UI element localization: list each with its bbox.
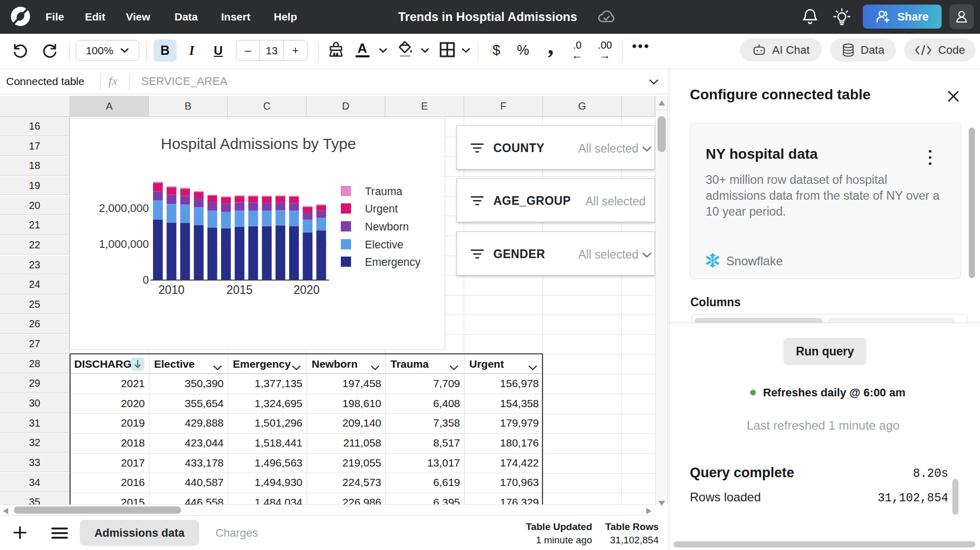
- svg-text:1,000,000: 1,000,000: [99, 238, 149, 250]
- svg-text:Hospital Admissions by Type: Hospital Admissions by Type: [161, 135, 356, 152]
- svg-text:Emergency: Emergency: [365, 256, 421, 268]
- svg-text:Urgent: Urgent: [365, 203, 398, 215]
- svg-text:2015: 2015: [226, 283, 252, 297]
- svg-text:Trauma: Trauma: [365, 185, 402, 198]
- svg-text:0: 0: [143, 273, 149, 286]
- svg-text:2010: 2010: [158, 283, 184, 297]
- svg-text:Elective: Elective: [365, 239, 403, 251]
- svg-text:2020: 2020: [293, 283, 319, 297]
- svg-text:2,000,000: 2,000,000: [99, 202, 149, 215]
- svg-text:Newborn: Newborn: [365, 221, 409, 233]
